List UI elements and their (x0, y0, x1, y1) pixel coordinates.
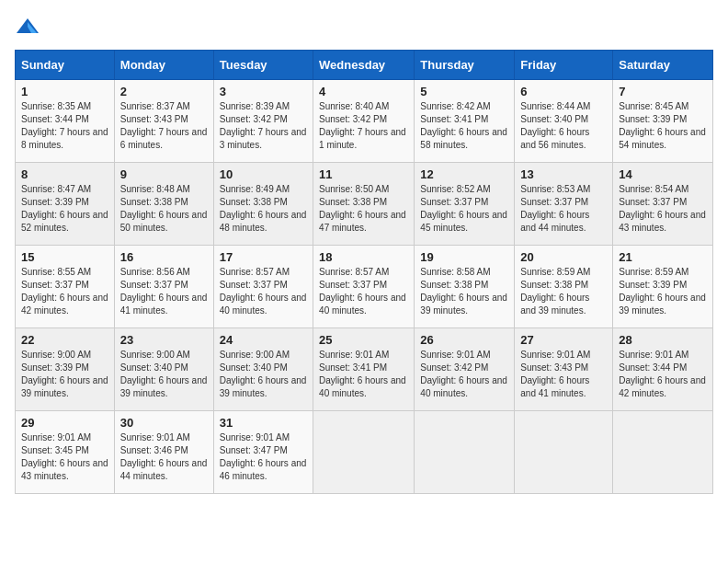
weekday-header-saturday: Saturday (613, 51, 713, 80)
day-number: 15 (21, 250, 108, 264)
day-number: 28 (619, 333, 707, 347)
day-cell (415, 411, 515, 494)
day-info: Sunrise: 9:01 AMSunset: 3:46 PMDaylight:… (120, 432, 208, 481)
day-number: 18 (319, 250, 408, 264)
day-info: Sunrise: 9:01 AMSunset: 3:41 PMDaylight:… (319, 350, 406, 398)
day-number: 14 (619, 167, 707, 181)
day-number: 21 (619, 250, 707, 264)
day-info: Sunrise: 8:47 AMSunset: 3:39 PMDaylight:… (21, 184, 108, 233)
day-info: Sunrise: 8:54 AMSunset: 3:37 PMDaylight:… (619, 184, 706, 233)
day-cell: 8 Sunrise: 8:47 AMSunset: 3:39 PMDayligh… (16, 163, 115, 246)
day-number: 24 (220, 333, 307, 347)
day-cell: 26 Sunrise: 9:01 AMSunset: 3:42 PMDaylig… (415, 328, 515, 411)
day-info: Sunrise: 8:42 AMSunset: 3:41 PMDaylight:… (420, 101, 507, 150)
weekday-header-row: SundayMondayTuesdayWednesdayThursdayFrid… (16, 51, 713, 80)
day-info: Sunrise: 8:44 AMSunset: 3:40 PMDaylight:… (520, 101, 590, 150)
day-cell (313, 411, 415, 494)
day-cell: 27 Sunrise: 9:01 AMSunset: 3:43 PMDaylig… (515, 328, 613, 411)
day-cell: 3 Sunrise: 8:39 AMSunset: 3:42 PMDayligh… (213, 80, 313, 163)
header (15, 15, 713, 40)
weekday-header-thursday: Thursday (415, 51, 515, 80)
day-cell: 21 Sunrise: 8:59 AMSunset: 3:39 PMDaylig… (613, 246, 713, 328)
day-info: Sunrise: 8:50 AMSunset: 3:38 PMDaylight:… (319, 184, 406, 233)
weekday-header-tuesday: Tuesday (213, 51, 313, 80)
day-cell: 16 Sunrise: 8:56 AMSunset: 3:37 PMDaylig… (114, 246, 213, 328)
day-cell: 31 Sunrise: 9:01 AMSunset: 3:47 PMDaylig… (213, 411, 313, 494)
day-number: 26 (420, 333, 508, 347)
day-info: Sunrise: 8:39 AMSunset: 3:42 PMDaylight:… (220, 101, 307, 150)
day-cell: 17 Sunrise: 8:57 AMSunset: 3:37 PMDaylig… (213, 246, 313, 328)
day-cell: 5 Sunrise: 8:42 AMSunset: 3:41 PMDayligh… (415, 80, 515, 163)
day-cell: 23 Sunrise: 9:00 AMSunset: 3:40 PMDaylig… (114, 328, 213, 411)
day-number: 5 (420, 85, 508, 98)
day-cell (613, 411, 713, 494)
day-info: Sunrise: 9:01 AMSunset: 3:45 PMDaylight:… (21, 432, 108, 481)
day-info: Sunrise: 9:01 AMSunset: 3:42 PMDaylight:… (420, 350, 507, 398)
day-info: Sunrise: 8:49 AMSunset: 3:38 PMDaylight:… (220, 184, 307, 233)
day-info: Sunrise: 8:53 AMSunset: 3:37 PMDaylight:… (520, 184, 590, 233)
day-cell: 18 Sunrise: 8:57 AMSunset: 3:37 PMDaylig… (313, 246, 415, 328)
weekday-header-wednesday: Wednesday (313, 51, 415, 80)
day-cell: 24 Sunrise: 9:00 AMSunset: 3:40 PMDaylig… (213, 328, 313, 411)
day-cell: 22 Sunrise: 9:00 AMSunset: 3:39 PMDaylig… (16, 328, 115, 411)
day-info: Sunrise: 9:01 AMSunset: 3:43 PMDaylight:… (520, 350, 590, 398)
day-cell: 2 Sunrise: 8:37 AMSunset: 3:43 PMDayligh… (114, 80, 213, 163)
day-info: Sunrise: 8:40 AMSunset: 3:42 PMDaylight:… (319, 101, 406, 150)
day-number: 22 (21, 333, 108, 347)
day-cell: 11 Sunrise: 8:50 AMSunset: 3:38 PMDaylig… (313, 163, 415, 246)
day-number: 30 (120, 416, 208, 430)
day-number: 2 (120, 85, 208, 98)
day-number: 1 (21, 85, 108, 98)
day-cell: 28 Sunrise: 9:01 AMSunset: 3:44 PMDaylig… (613, 328, 713, 411)
day-cell: 7 Sunrise: 8:45 AMSunset: 3:39 PMDayligh… (613, 80, 713, 163)
day-cell: 9 Sunrise: 8:48 AMSunset: 3:38 PMDayligh… (114, 163, 213, 246)
day-cell: 19 Sunrise: 8:58 AMSunset: 3:38 PMDaylig… (415, 246, 515, 328)
weekday-header-friday: Friday (515, 51, 613, 80)
day-number: 4 (319, 85, 408, 98)
day-cell (515, 411, 613, 494)
day-cell: 25 Sunrise: 9:01 AMSunset: 3:41 PMDaylig… (313, 328, 415, 411)
day-number: 25 (319, 333, 408, 347)
day-number: 13 (520, 167, 607, 181)
week-row-1: 1 Sunrise: 8:35 AMSunset: 3:44 PMDayligh… (16, 80, 713, 163)
day-cell: 10 Sunrise: 8:49 AMSunset: 3:38 PMDaylig… (213, 163, 313, 246)
weekday-header-sunday: Sunday (16, 51, 115, 80)
weekday-header-monday: Monday (114, 51, 213, 80)
day-cell: 14 Sunrise: 8:54 AMSunset: 3:37 PMDaylig… (613, 163, 713, 246)
day-number: 29 (21, 416, 108, 430)
day-info: Sunrise: 8:59 AMSunset: 3:39 PMDaylight:… (619, 267, 706, 316)
day-cell: 29 Sunrise: 9:01 AMSunset: 3:45 PMDaylig… (16, 411, 115, 494)
day-info: Sunrise: 9:00 AMSunset: 3:39 PMDaylight:… (21, 350, 108, 398)
day-info: Sunrise: 9:00 AMSunset: 3:40 PMDaylight:… (220, 350, 307, 398)
calendar: SundayMondayTuesdayWednesdayThursdayFrid… (15, 50, 713, 494)
day-cell: 1 Sunrise: 8:35 AMSunset: 3:44 PMDayligh… (16, 80, 115, 163)
day-number: 6 (520, 85, 607, 98)
day-info: Sunrise: 8:58 AMSunset: 3:38 PMDaylight:… (420, 267, 507, 316)
day-info: Sunrise: 9:00 AMSunset: 3:40 PMDaylight:… (120, 350, 208, 398)
day-cell: 15 Sunrise: 8:55 AMSunset: 3:37 PMDaylig… (16, 246, 115, 328)
day-info: Sunrise: 8:59 AMSunset: 3:38 PMDaylight:… (520, 267, 590, 316)
day-cell: 12 Sunrise: 8:52 AMSunset: 3:37 PMDaylig… (415, 163, 515, 246)
logo-icon (15, 15, 40, 40)
day-number: 8 (21, 167, 108, 181)
day-info: Sunrise: 9:01 AMSunset: 3:44 PMDaylight:… (619, 350, 706, 398)
logo (15, 15, 44, 40)
day-number: 11 (319, 167, 408, 181)
day-number: 9 (120, 167, 208, 181)
day-info: Sunrise: 9:01 AMSunset: 3:47 PMDaylight:… (220, 432, 307, 481)
day-number: 12 (420, 167, 508, 181)
day-number: 20 (520, 250, 607, 264)
day-number: 17 (220, 250, 307, 264)
day-info: Sunrise: 8:37 AMSunset: 3:43 PMDaylight:… (120, 101, 208, 150)
day-cell: 4 Sunrise: 8:40 AMSunset: 3:42 PMDayligh… (313, 80, 415, 163)
week-row-3: 15 Sunrise: 8:55 AMSunset: 3:37 PMDaylig… (16, 246, 713, 328)
day-cell: 30 Sunrise: 9:01 AMSunset: 3:46 PMDaylig… (114, 411, 213, 494)
day-cell: 6 Sunrise: 8:44 AMSunset: 3:40 PMDayligh… (515, 80, 613, 163)
day-number: 10 (220, 167, 307, 181)
day-number: 7 (619, 85, 707, 98)
day-cell: 20 Sunrise: 8:59 AMSunset: 3:38 PMDaylig… (515, 246, 613, 328)
day-info: Sunrise: 8:48 AMSunset: 3:38 PMDaylight:… (120, 184, 208, 233)
week-row-4: 22 Sunrise: 9:00 AMSunset: 3:39 PMDaylig… (16, 328, 713, 411)
day-cell: 13 Sunrise: 8:53 AMSunset: 3:37 PMDaylig… (515, 163, 613, 246)
day-number: 27 (520, 333, 607, 347)
